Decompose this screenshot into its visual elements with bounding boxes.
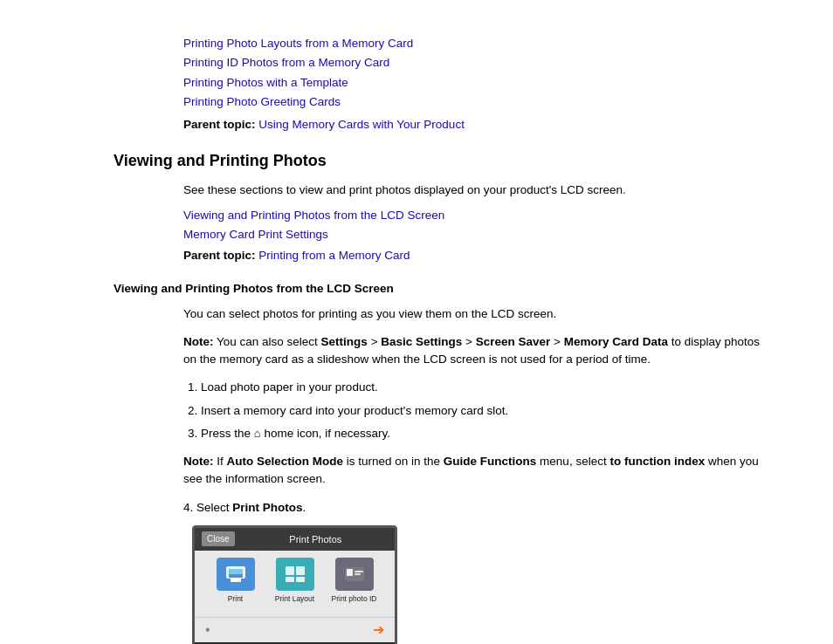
section-title: Viewing and Printing Photos xyxy=(114,149,763,173)
toc-link-2[interactable]: Printing ID Photos from a Memory Card xyxy=(183,54,763,72)
lcd-print-photo-id-icon-box xyxy=(335,558,374,591)
note1-label: Note: xyxy=(183,335,214,348)
lcd-footer: • ➔ xyxy=(195,617,395,642)
toc-parent-topic: Parent topic: Using Memory Cards with Yo… xyxy=(183,116,763,134)
note2-label: Note: xyxy=(183,455,214,468)
sub-link-2[interactable]: Memory Card Print Settings xyxy=(183,226,763,243)
lcd-icon-print-photo-id: Print photo ID xyxy=(331,558,378,605)
sub-section-title: Viewing and Printing Photos from the LCD… xyxy=(114,280,763,298)
sub-link-1[interactable]: Viewing and Printing Photos from the LCD… xyxy=(183,207,763,224)
parent-topic-label: Parent topic: xyxy=(183,118,256,131)
lcd-print-photo-id-label: Print photo ID xyxy=(332,593,377,605)
home-icon: ⌂ xyxy=(254,427,261,440)
note1-memcard: Memory Card Data xyxy=(564,335,668,348)
lcd-print-layout-icon-box xyxy=(276,558,314,591)
svg-rect-5 xyxy=(296,566,305,575)
svg-rect-6 xyxy=(286,577,294,582)
lcd-print-layout-label: Print Layout xyxy=(275,593,314,605)
lcd-body: Print Print Layout xyxy=(195,551,395,617)
section-sub-links: Viewing and Printing Photos from the LCD… xyxy=(183,207,763,244)
section-parent-link[interactable]: Printing from a Memory Card xyxy=(258,249,410,262)
toc-link-1[interactable]: Printing Photo Layouts from a Memory Car… xyxy=(183,35,763,52)
toc-links-section: Printing Photo Layouts from a Memory Car… xyxy=(183,35,763,111)
note-2: Note: If Auto Selection Mode is turned o… xyxy=(183,453,763,489)
lcd-image-container: Close Print Photos xyxy=(192,525,763,644)
note1-basic: Basic Settings xyxy=(381,335,462,348)
toc-parent-link[interactable]: Using Memory Cards with Your Product xyxy=(258,118,465,131)
svg-rect-2 xyxy=(229,569,243,574)
step-4-label: 4. Select Print Photos. xyxy=(183,499,763,517)
print-photo-id-icon xyxy=(343,565,366,584)
note1-settings: Settings xyxy=(321,335,368,348)
section-intro: See these sections to view and print pho… xyxy=(183,182,763,199)
svg-rect-10 xyxy=(355,571,363,572)
note2-guide: Guide Functions xyxy=(444,455,537,468)
step-3: Press the ⌂ home icon, if necessary. xyxy=(201,425,763,442)
lcd-screen-title: Print Photos xyxy=(244,532,388,547)
toc-link-4[interactable]: Printing Photo Greeting Cards xyxy=(183,93,763,111)
step4-num: 4. xyxy=(183,501,193,514)
lcd-icon-print-layout: Print Layout xyxy=(272,558,319,605)
step4-text: Select xyxy=(196,501,232,514)
lcd-icons-row: Print Print Layout xyxy=(212,558,378,605)
lcd-print-icon-box xyxy=(217,558,255,591)
section-parent-label: Parent topic: xyxy=(183,249,256,262)
sub-section-intro: You can select photos for printing as yo… xyxy=(183,305,763,323)
svg-rect-7 xyxy=(296,577,305,582)
step-2: Insert a memory card into your product's… xyxy=(201,402,763,420)
note1-screensaver: Screen Saver xyxy=(476,335,551,348)
svg-rect-11 xyxy=(355,573,361,575)
lcd-header: Close Print Photos xyxy=(195,528,395,551)
section-parent-topic: Parent topic: Printing from a Memory Car… xyxy=(183,247,763,264)
print-icon xyxy=(224,565,247,584)
sub-section-content: You can select photos for printing as yo… xyxy=(183,305,763,645)
svg-rect-3 xyxy=(231,578,241,582)
svg-rect-9 xyxy=(347,569,353,576)
lcd-print-label: Print xyxy=(228,593,243,605)
step4-bold: Print Photos xyxy=(232,501,302,514)
note-1: Note: You can also select Settings > Bas… xyxy=(183,333,763,369)
steps-list: Load photo paper in your product. Insert… xyxy=(201,379,763,442)
lcd-close-button[interactable]: Close xyxy=(202,531,235,546)
toc-link-3[interactable]: Printing Photos with a Template xyxy=(183,74,763,92)
svg-rect-4 xyxy=(286,566,294,575)
lcd-icon-print: Print xyxy=(212,558,259,605)
note2-func: to function index xyxy=(609,455,705,468)
lcd-screen: Close Print Photos xyxy=(192,525,397,644)
lcd-dot: • xyxy=(205,620,210,641)
print-layout-icon xyxy=(284,565,306,584)
lcd-arrow: ➔ xyxy=(373,620,384,641)
step-1: Load photo paper in your product. xyxy=(201,379,763,396)
note2-auto: Auto Selection Mode xyxy=(227,455,344,468)
